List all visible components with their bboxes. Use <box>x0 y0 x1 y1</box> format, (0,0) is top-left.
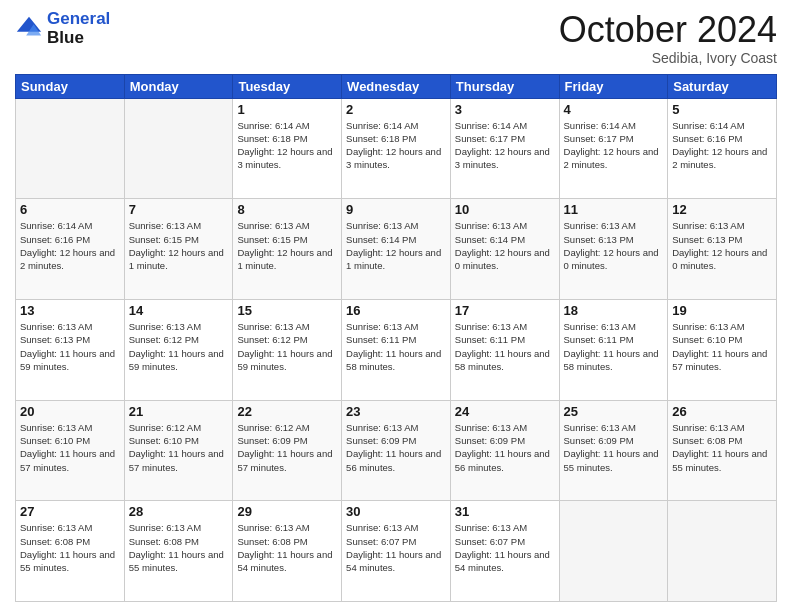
day-info: Sunrise: 6:13 AM Sunset: 6:15 PM Dayligh… <box>129 219 229 272</box>
day-info: Sunrise: 6:14 AM Sunset: 6:17 PM Dayligh… <box>455 119 555 172</box>
table-row: 16Sunrise: 6:13 AM Sunset: 6:11 PM Dayli… <box>342 299 451 400</box>
day-info: Sunrise: 6:12 AM Sunset: 6:09 PM Dayligh… <box>237 421 337 474</box>
title-block: October 2024 Sedibia, Ivory Coast <box>559 10 777 66</box>
day-info: Sunrise: 6:13 AM Sunset: 6:10 PM Dayligh… <box>20 421 120 474</box>
day-number: 4 <box>564 102 664 117</box>
table-row <box>668 501 777 602</box>
day-info: Sunrise: 6:13 AM Sunset: 6:09 PM Dayligh… <box>564 421 664 474</box>
col-saturday: Saturday <box>668 74 777 98</box>
day-info: Sunrise: 6:13 AM Sunset: 6:12 PM Dayligh… <box>129 320 229 373</box>
table-row: 25Sunrise: 6:13 AM Sunset: 6:09 PM Dayli… <box>559 400 668 501</box>
day-info: Sunrise: 6:13 AM Sunset: 6:07 PM Dayligh… <box>346 521 446 574</box>
day-number: 29 <box>237 504 337 519</box>
table-row: 2Sunrise: 6:14 AM Sunset: 6:18 PM Daylig… <box>342 98 451 199</box>
table-row: 24Sunrise: 6:13 AM Sunset: 6:09 PM Dayli… <box>450 400 559 501</box>
calendar-table: Sunday Monday Tuesday Wednesday Thursday… <box>15 74 777 602</box>
day-number: 13 <box>20 303 120 318</box>
day-number: 21 <box>129 404 229 419</box>
col-wednesday: Wednesday <box>342 74 451 98</box>
col-friday: Friday <box>559 74 668 98</box>
day-number: 16 <box>346 303 446 318</box>
day-info: Sunrise: 6:12 AM Sunset: 6:10 PM Dayligh… <box>129 421 229 474</box>
calendar-header-row: Sunday Monday Tuesday Wednesday Thursday… <box>16 74 777 98</box>
day-info: Sunrise: 6:13 AM Sunset: 6:09 PM Dayligh… <box>346 421 446 474</box>
table-row: 26Sunrise: 6:13 AM Sunset: 6:08 PM Dayli… <box>668 400 777 501</box>
table-row: 5Sunrise: 6:14 AM Sunset: 6:16 PM Daylig… <box>668 98 777 199</box>
table-row <box>16 98 125 199</box>
day-number: 30 <box>346 504 446 519</box>
day-number: 1 <box>237 102 337 117</box>
day-number: 2 <box>346 102 446 117</box>
day-number: 11 <box>564 202 664 217</box>
table-row <box>559 501 668 602</box>
day-info: Sunrise: 6:13 AM Sunset: 6:11 PM Dayligh… <box>346 320 446 373</box>
table-row: 6Sunrise: 6:14 AM Sunset: 6:16 PM Daylig… <box>16 199 125 300</box>
table-row: 3Sunrise: 6:14 AM Sunset: 6:17 PM Daylig… <box>450 98 559 199</box>
day-number: 18 <box>564 303 664 318</box>
day-info: Sunrise: 6:14 AM Sunset: 6:17 PM Dayligh… <box>564 119 664 172</box>
table-row: 15Sunrise: 6:13 AM Sunset: 6:12 PM Dayli… <box>233 299 342 400</box>
table-row: 9Sunrise: 6:13 AM Sunset: 6:14 PM Daylig… <box>342 199 451 300</box>
day-info: Sunrise: 6:13 AM Sunset: 6:08 PM Dayligh… <box>672 421 772 474</box>
table-row: 12Sunrise: 6:13 AM Sunset: 6:13 PM Dayli… <box>668 199 777 300</box>
day-number: 20 <box>20 404 120 419</box>
day-info: Sunrise: 6:13 AM Sunset: 6:13 PM Dayligh… <box>564 219 664 272</box>
day-info: Sunrise: 6:13 AM Sunset: 6:13 PM Dayligh… <box>672 219 772 272</box>
logo-text: General Blue <box>47 10 110 47</box>
day-number: 23 <box>346 404 446 419</box>
logo-icon <box>15 15 43 43</box>
day-info: Sunrise: 6:13 AM Sunset: 6:10 PM Dayligh… <box>672 320 772 373</box>
day-info: Sunrise: 6:14 AM Sunset: 6:16 PM Dayligh… <box>20 219 120 272</box>
table-row: 17Sunrise: 6:13 AM Sunset: 6:11 PM Dayli… <box>450 299 559 400</box>
header: General Blue October 2024 Sedibia, Ivory… <box>15 10 777 66</box>
subtitle: Sedibia, Ivory Coast <box>559 50 777 66</box>
day-number: 25 <box>564 404 664 419</box>
day-info: Sunrise: 6:13 AM Sunset: 6:09 PM Dayligh… <box>455 421 555 474</box>
day-number: 24 <box>455 404 555 419</box>
day-info: Sunrise: 6:13 AM Sunset: 6:08 PM Dayligh… <box>20 521 120 574</box>
day-number: 15 <box>237 303 337 318</box>
day-info: Sunrise: 6:14 AM Sunset: 6:16 PM Dayligh… <box>672 119 772 172</box>
day-number: 26 <box>672 404 772 419</box>
day-info: Sunrise: 6:13 AM Sunset: 6:15 PM Dayligh… <box>237 219 337 272</box>
day-number: 31 <box>455 504 555 519</box>
table-row: 8Sunrise: 6:13 AM Sunset: 6:15 PM Daylig… <box>233 199 342 300</box>
day-number: 5 <box>672 102 772 117</box>
table-row: 7Sunrise: 6:13 AM Sunset: 6:15 PM Daylig… <box>124 199 233 300</box>
table-row: 10Sunrise: 6:13 AM Sunset: 6:14 PM Dayli… <box>450 199 559 300</box>
table-row: 29Sunrise: 6:13 AM Sunset: 6:08 PM Dayli… <box>233 501 342 602</box>
day-number: 22 <box>237 404 337 419</box>
table-row: 22Sunrise: 6:12 AM Sunset: 6:09 PM Dayli… <box>233 400 342 501</box>
day-number: 7 <box>129 202 229 217</box>
day-info: Sunrise: 6:14 AM Sunset: 6:18 PM Dayligh… <box>346 119 446 172</box>
table-row: 4Sunrise: 6:14 AM Sunset: 6:17 PM Daylig… <box>559 98 668 199</box>
col-thursday: Thursday <box>450 74 559 98</box>
table-row: 27Sunrise: 6:13 AM Sunset: 6:08 PM Dayli… <box>16 501 125 602</box>
day-number: 10 <box>455 202 555 217</box>
day-number: 6 <box>20 202 120 217</box>
table-row: 28Sunrise: 6:13 AM Sunset: 6:08 PM Dayli… <box>124 501 233 602</box>
table-row: 30Sunrise: 6:13 AM Sunset: 6:07 PM Dayli… <box>342 501 451 602</box>
day-info: Sunrise: 6:13 AM Sunset: 6:12 PM Dayligh… <box>237 320 337 373</box>
day-number: 14 <box>129 303 229 318</box>
logo-blue: Blue <box>47 29 110 48</box>
table-row: 14Sunrise: 6:13 AM Sunset: 6:12 PM Dayli… <box>124 299 233 400</box>
col-monday: Monday <box>124 74 233 98</box>
day-number: 12 <box>672 202 772 217</box>
day-info: Sunrise: 6:13 AM Sunset: 6:08 PM Dayligh… <box>237 521 337 574</box>
logo-general: General <box>47 9 110 28</box>
day-info: Sunrise: 6:13 AM Sunset: 6:11 PM Dayligh… <box>455 320 555 373</box>
col-sunday: Sunday <box>16 74 125 98</box>
table-row: 1Sunrise: 6:14 AM Sunset: 6:18 PM Daylig… <box>233 98 342 199</box>
day-info: Sunrise: 6:13 AM Sunset: 6:13 PM Dayligh… <box>20 320 120 373</box>
day-info: Sunrise: 6:14 AM Sunset: 6:18 PM Dayligh… <box>237 119 337 172</box>
day-number: 19 <box>672 303 772 318</box>
day-info: Sunrise: 6:13 AM Sunset: 6:07 PM Dayligh… <box>455 521 555 574</box>
table-row: 13Sunrise: 6:13 AM Sunset: 6:13 PM Dayli… <box>16 299 125 400</box>
day-number: 27 <box>20 504 120 519</box>
day-number: 3 <box>455 102 555 117</box>
day-info: Sunrise: 6:13 AM Sunset: 6:11 PM Dayligh… <box>564 320 664 373</box>
table-row <box>124 98 233 199</box>
day-number: 9 <box>346 202 446 217</box>
table-row: 11Sunrise: 6:13 AM Sunset: 6:13 PM Dayli… <box>559 199 668 300</box>
